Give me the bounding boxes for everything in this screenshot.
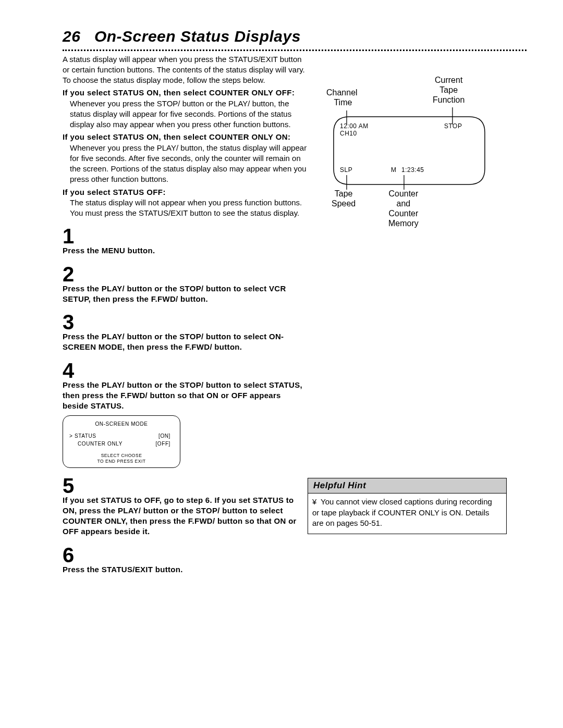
step-6-number: 6	[63, 545, 308, 565]
label-current-tape-function: CurrentTapeFunction	[433, 75, 464, 105]
section3-body: The status display will not appear when …	[63, 198, 308, 219]
manual-page: 26 On-Screen Status Displays A status di…	[0, 0, 563, 728]
step-2-text: Press the PLAY/ button or the STOP/ butt…	[63, 283, 308, 305]
step-2-number: 2	[63, 264, 308, 285]
section2-body: Whenever you press the PLAY/ button, the…	[63, 143, 308, 185]
osd-row-status: >STATUS [ON]	[69, 432, 174, 440]
osd-row2-value: [OFF]	[155, 440, 170, 448]
osd-footer2: TO END PRESS EXIT	[69, 459, 174, 464]
left-column: A status display will appear when you pr…	[63, 54, 308, 575]
osd-row2-label: COUNTER ONLY	[78, 441, 123, 447]
section2-heading: If you select STATUS ON, then select COU…	[63, 132, 308, 142]
label-tape-speed: TapeSpeed	[332, 189, 356, 208]
step-5-text: If you set STATUS to OFF, go to step 6. …	[63, 495, 308, 537]
page-title-text: On-Screen Status Displays	[94, 28, 301, 45]
osd-row1-value: [ON]	[158, 432, 170, 440]
step-5-number: 5	[63, 475, 308, 496]
osd-footer1: SELECT CHOOSE	[69, 453, 174, 459]
step-6-text: Press the STATUS/EXIT button.	[63, 564, 308, 575]
helpful-hint-title: Helpful Hint	[308, 478, 506, 494]
helpful-hint-text: You cannot view closed captions during r…	[312, 497, 492, 527]
dotted-rule	[63, 50, 527, 51]
intro-text: A status display will appear when you pr…	[63, 54, 308, 86]
section3-heading: If you select STATUS OFF:	[63, 187, 308, 198]
label-counter-memory: CounterandCounterMemory	[388, 189, 419, 229]
page-title: 26 On-Screen Status Displays	[63, 26, 527, 47]
helpful-hint-body: ¥You cannot view closed captions during …	[308, 493, 506, 534]
step-1-text: Press the MENU button.	[63, 245, 308, 256]
osd-row-counter-only: COUNTER ONLY [OFF]	[69, 440, 174, 448]
bullet-icon: ¥	[312, 497, 321, 507]
osd-title: ON-SCREEN MODE	[69, 420, 174, 428]
osd-menu-illustration: ON-SCREEN MODE >STATUS [ON] COUNTER ONLY…	[63, 415, 180, 467]
step-6-text-content: Press the STATUS/EXIT button	[63, 565, 180, 574]
step-1-number: 1	[63, 226, 308, 246]
section1-body: Whenever you press the STOP/ button or t…	[63, 98, 308, 130]
tv-diagram: Channel Time CurrentTapeFunction TapeSpe…	[318, 65, 500, 237]
page-number: 26	[63, 28, 80, 45]
helpful-hint-box: Helpful Hint ¥You cannot view closed cap…	[308, 478, 507, 535]
step-3-text: Press the PLAY/ button or the STOP/ butt…	[63, 331, 308, 353]
osd-row1-label: STATUS	[75, 433, 96, 439]
osd-footer: SELECT CHOOSE TO END PRESS EXIT	[69, 453, 174, 464]
label-channel-time: Channel Time	[326, 88, 358, 107]
caret-icon: >	[69, 432, 75, 440]
tv-counter: 1:23:45	[401, 166, 424, 174]
tv-time: 12:00 AM	[340, 122, 369, 130]
step-4-text: Press the PLAY/ button or the STOP/ butt…	[63, 380, 308, 412]
tv-speed: SLP	[340, 166, 352, 174]
tv-mem: M	[391, 166, 397, 174]
section1-heading: If you select STATUS ON, then select COU…	[63, 88, 308, 98]
tv-func: STOP	[444, 122, 462, 130]
step-4-number: 4	[63, 360, 308, 381]
step-3-number: 3	[63, 312, 308, 332]
tv-channel: CH10	[340, 130, 357, 137]
